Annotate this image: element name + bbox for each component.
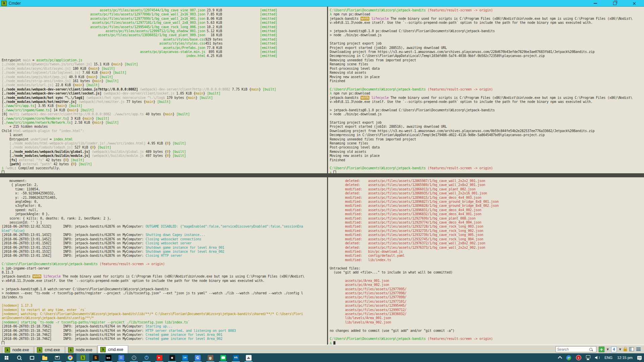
tab-list-dropdown-icon[interactable]: ▼ (619, 348, 621, 351)
terminal-line: [2018-06-26T03:15:18.746Z] INFO: jetpack… (2, 337, 325, 341)
taskbar-photos-icon[interactable] (242, 353, 255, 362)
taskbar-unity-icon[interactable]: ◆ (166, 353, 178, 362)
language-indicator[interactable]: ENG (602, 353, 615, 362)
taskbar-line-icon[interactable] (217, 353, 229, 362)
terminal-line: jetpack-bandits WARN lifecycle The node … (330, 96, 642, 100)
tab-label: cmd.exe (45, 348, 60, 352)
terminal-line: Post-processing level data (330, 67, 642, 71)
network-icon[interactable] (584, 353, 593, 362)
taskbar-file-explorer-icon[interactable] (38, 353, 51, 362)
menu-icon[interactable] (636, 348, 641, 351)
teamviewer-tray-icon[interactable]: ⇄ (564, 353, 574, 362)
terminal-line: Post-processing level data (330, 145, 642, 149)
cursor-hollow (2, 341, 4, 345)
terminal-line: modified: assets/pc/files/assets/1292977… (330, 221, 642, 225)
tab-count-box[interactable]: 4 (611, 347, 617, 352)
taskbar-alarms-icon[interactable] (127, 353, 140, 362)
taskbar-calendar-icon[interactable]: 14 (178, 353, 191, 362)
taskbar-sublime-text-icon[interactable]: S (89, 353, 102, 362)
console-tab-cmd-exe-2[interactable]: λcmd.exe (34, 346, 64, 353)
taskbar-youtube-icon[interactable]: ▶ (153, 353, 166, 362)
terminal-line: modified: bin/pc-download.js (330, 250, 642, 254)
close-button[interactable]: × (625, 0, 644, 6)
terminal-line: Removing unneeded files from imported pr… (330, 137, 642, 141)
terminal-line: modified: assets/pc/files/assets/1292769… (330, 217, 642, 221)
lock-icon[interactable] (624, 349, 627, 351)
tab-search-box[interactable] (555, 346, 596, 352)
pane-git-status[interactable]: deleted: assets/pc/files/assets/12865987… (328, 177, 644, 345)
terminal-line: modified: assets/pc/files/assets/1293273… (330, 233, 642, 237)
webpack-asset-row: assets/styles/styles.css451 bytes[emitte… (2, 42, 325, 46)
cursor-solid (333, 341, 335, 345)
terminal-line (330, 83, 642, 87)
pane-divider-horizontal[interactable] (328, 173, 644, 177)
taskbar-start-icon[interactable] (0, 353, 13, 362)
taskbar-search-icon[interactable] (13, 353, 25, 362)
pane-webpack-build[interactable]: assets/pc/files/assets/12974544/1/bg_cav… (0, 7, 327, 173)
terminal-line: assets/pc/files/assets/12995445/ (330, 304, 642, 308)
taskbar-google-docs-icon[interactable] (115, 353, 127, 362)
cmder-lambda-icon: λ (100, 347, 106, 352)
terminal-line: λ (330, 171, 642, 173)
terminal-line: [nodemon] starting `ts-node -r tsconfig-… (2, 320, 325, 324)
new-console-dropdown-icon[interactable]: ▼ (607, 348, 609, 351)
terminal-line: jetpack-bandits WARN lifecycle The node … (2, 275, 325, 279)
terminal-line: deleted: assets/pc/files/assets/12976373… (330, 246, 642, 250)
taskbar-gimp-icon[interactable]: g (204, 353, 217, 362)
taskbar-vscode-icon[interactable]: VS (229, 353, 242, 362)
terminal-line: assets/pc/Area_002.json (330, 283, 642, 287)
terminal-line (330, 162, 642, 166)
terminal-line: Child html-webpack-plugin for "index.htm… (2, 129, 325, 133)
minimize-button[interactable] (586, 0, 605, 6)
split-view-icon[interactable] (629, 347, 634, 351)
terminal-line: assets/pc/files/assets/12999712/ (330, 308, 642, 312)
terminal-line: jetpackAngle: 0 }, (2, 212, 325, 216)
new-console-button[interactable]: + (599, 347, 604, 352)
pane-npm-download[interactable]: C:\Users\Florian\Documents\Wizcorp\jetpa… (328, 7, 644, 173)
titlebar: λ Cmder × (0, 0, 644, 7)
console-tab-node-exe-3[interactable]: λnode.exe (65, 346, 97, 353)
terminal-line: assets/pc/files/assets/12977099/ (330, 295, 642, 299)
taskbar-netbalancer-icon[interactable] (140, 353, 153, 362)
terminal-line: [./node_modules/@tweenjs/tween.js/src/Tw… (2, 62, 325, 66)
webpack-asset-row: assets/pc/files/assets/12977099/1/bg_cav… (2, 17, 325, 21)
terminal-line (2, 300, 325, 304)
terminal-line: [2018-06-26T03:12:02.513Z] INFO: jetpack… (2, 225, 325, 229)
restore-button[interactable] (605, 0, 625, 6)
terminal-line: assets/pc/Area_001.json (330, 279, 642, 283)
pane-divider-horizontal[interactable] (0, 173, 327, 177)
tray-chevron-up-icon[interactable] (556, 353, 564, 362)
search-input[interactable] (557, 347, 589, 351)
terminal-line: [nodemon] watching: C:\Users\Florian\Doc… (2, 312, 325, 316)
terminal-line (330, 275, 642, 279)
taskbar-webstorm-icon[interactable]: WS (102, 353, 115, 362)
taskbar-chrome-icon[interactable] (64, 353, 76, 362)
console-tab-cmd-exe-4[interactable]: λcmd.exe (98, 345, 128, 353)
terminal-line: movement: (2, 179, 325, 183)
terminal-line: [./node_modules/pepjs/dist/pep.js] 40.9 … (2, 75, 325, 79)
clock[interactable]: 12:15 pm (615, 353, 635, 362)
volume-icon[interactable]: ) (593, 353, 602, 362)
terminal-line: assets/pc/files/assets/12977098/ (330, 291, 642, 295)
pane-game-server-log[interactable]: movement: { playerId: 2, time: 110854, x… (0, 177, 327, 345)
terminal-line: C:\Users\Florian\Documents\Wizcorp\jetpa… (2, 262, 325, 266)
action-center-icon[interactable] (635, 353, 644, 362)
terminal-line: [./node_modules/webpack/buildin/module.j… (2, 154, 325, 158)
taskbar-mail-icon[interactable] (51, 353, 64, 362)
taskbar-cmder-icon[interactable]: λ (76, 353, 89, 362)
terminal-line: no changes added to commit (use "git add… (330, 329, 642, 333)
terminal-line: Entrypoint undefined = index.html (2, 137, 325, 141)
taskbar-task-view-icon[interactable] (25, 353, 38, 362)
terminal-line: (use "git add <file>..." to include in w… (330, 270, 642, 275)
notification-badge[interactable]: 1 (574, 353, 584, 362)
taskbar-google-translate-icon[interactable]: G (191, 353, 204, 362)
terminal-line (2, 258, 325, 262)
tab-label: node.exe (12, 348, 29, 352)
terminal-line: modified: assets/pc/files/assets/1286601… (330, 187, 642, 191)
terminal-line: [2018-06-26T03:15:18.745Z] INFO: jetpack… (2, 329, 325, 333)
terminal-line: Finished (330, 158, 642, 162)
terminal-line: Removing unneeded files from imported pr… (330, 58, 642, 62)
console-tab-node-exe-1[interactable]: λnode.exe (2, 346, 34, 353)
windows-taskbar: λSWS▶◆14GgVS ⇄ 1 ) ENG 12:15 pm (0, 353, 644, 362)
terminal-line: modified: assets/pc/files/assets/1293274… (330, 237, 642, 241)
